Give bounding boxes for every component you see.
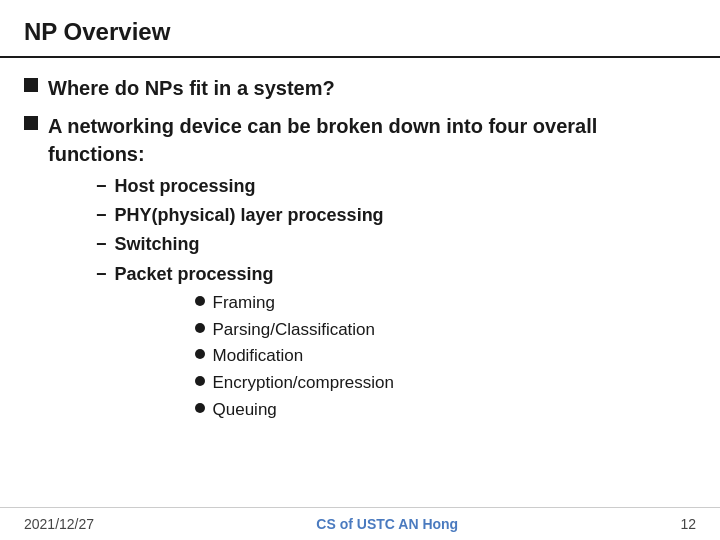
content-area: Where do NPs fit in a system? A networki… [0, 64, 720, 507]
circle-bullet-5 [195, 403, 205, 413]
bullet-2-text: A networking device can be broken down i… [48, 115, 597, 165]
square-bullet-1 [24, 78, 38, 92]
bullet-1-text: Where do NPs fit in a system? [48, 74, 335, 102]
dot-4-text: Encryption/compression [213, 371, 394, 395]
dot-item-1: Framing [195, 291, 394, 315]
bullet-2: A networking device can be broken down i… [24, 112, 696, 429]
bullet-1: Where do NPs fit in a system? [24, 74, 696, 102]
slide: NP Overview Where do NPs fit in a system… [0, 0, 720, 540]
dash-2-text: PHY(physical) layer processing [115, 203, 384, 228]
bullet-2-content: A networking device can be broken down i… [48, 112, 696, 429]
dot-item-5: Queuing [195, 398, 394, 422]
footer-page: 12 [680, 516, 696, 532]
footer-center: CS of USTC AN Hong [316, 516, 458, 532]
dash-4: − [96, 262, 107, 287]
packet-processing-block: Packet processing Framing Parsing/Classi… [115, 262, 394, 425]
circle-bullet-4 [195, 376, 205, 386]
circle-bullet-2 [195, 323, 205, 333]
dash-item-3: − Switching [96, 232, 696, 257]
dash-item-2: − PHY(physical) layer processing [96, 203, 696, 228]
dash-4-text: Packet processing [115, 264, 274, 284]
circle-bullet-1 [195, 296, 205, 306]
dot-item-3: Modification [195, 344, 394, 368]
dot-item-2: Parsing/Classification [195, 318, 394, 342]
dot-5-text: Queuing [213, 398, 277, 422]
slide-title: NP Overview [24, 18, 170, 45]
title-bar: NP Overview [0, 0, 720, 58]
dash-1: − [96, 174, 107, 199]
dash-1-text: Host processing [115, 174, 256, 199]
dash-3-text: Switching [115, 232, 200, 257]
sub-list: − Host processing − PHY(physical) layer … [96, 174, 696, 425]
dash-item-4: − Packet processing Framing Par [96, 262, 696, 425]
circle-bullet-3 [195, 349, 205, 359]
footer: 2021/12/27 CS of USTC AN Hong 12 [0, 507, 720, 540]
dot-3-text: Modification [213, 344, 304, 368]
dash-2: − [96, 203, 107, 228]
square-bullet-2 [24, 116, 38, 130]
dot-1-text: Framing [213, 291, 275, 315]
dot-2-text: Parsing/Classification [213, 318, 376, 342]
dot-item-4: Encryption/compression [195, 371, 394, 395]
footer-date: 2021/12/27 [24, 516, 94, 532]
dot-list: Framing Parsing/Classification Modificat… [195, 291, 394, 422]
dash-item-1: − Host processing [96, 174, 696, 199]
dash-3: − [96, 232, 107, 257]
